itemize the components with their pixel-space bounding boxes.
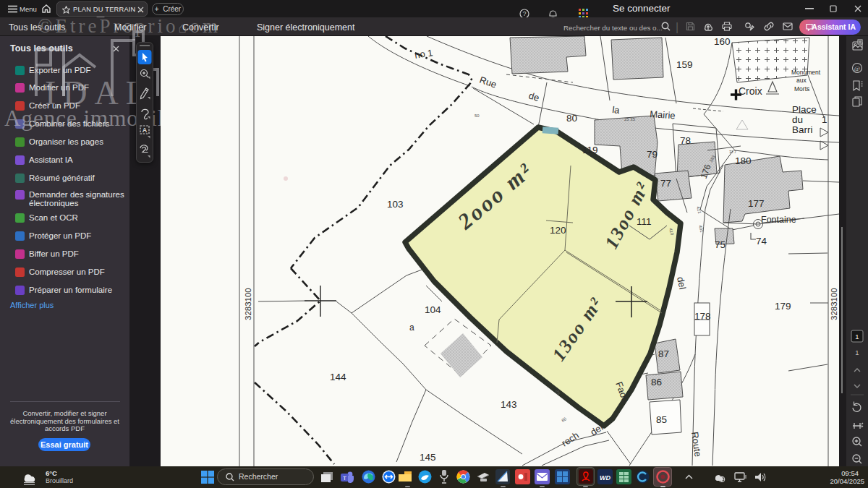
svg-text:119: 119 (582, 145, 598, 155)
svg-text:Mairie: Mairie (650, 108, 676, 121)
svg-text:104: 104 (425, 304, 441, 315)
svg-text:1: 1 (855, 333, 859, 341)
svg-text:Monument: Monument (791, 69, 821, 76)
svg-text:Place: Place (792, 104, 817, 115)
svg-text:177: 177 (748, 198, 765, 209)
svg-text:Morts: Morts (794, 85, 809, 93)
svg-text:Croix: Croix (739, 85, 762, 97)
svg-text:144: 144 (330, 372, 346, 382)
svg-text:50: 50 (475, 114, 480, 118)
svg-text:Barri: Barri (792, 124, 813, 135)
svg-text:A: A (142, 127, 148, 134)
svg-text:79: 79 (647, 149, 658, 160)
svg-text:25 35: 25 35 (624, 117, 636, 121)
svg-text:85: 85 (656, 414, 667, 425)
svg-text:74: 74 (756, 236, 767, 247)
svg-text:178: 178 (694, 311, 711, 322)
svg-text:?: ? (522, 10, 526, 17)
svg-text:1: 1 (855, 348, 859, 356)
svg-text:159: 159 (676, 59, 693, 70)
svg-text:80: 80 (566, 113, 577, 124)
svg-text:du: du (792, 114, 803, 125)
svg-text:75: 75 (715, 239, 726, 250)
svg-text:a: a (409, 322, 414, 333)
svg-text:377: 377 (729, 150, 737, 154)
svg-text:aux: aux (796, 77, 807, 84)
svg-text:Fontaine: Fontaine (761, 215, 796, 225)
svg-text:143: 143 (501, 399, 517, 410)
svg-text:78: 78 (680, 135, 691, 146)
svg-text:145: 145 (420, 452, 436, 463)
svg-text:3283100: 3283100 (244, 288, 252, 320)
svg-text:1: 1 (822, 114, 827, 125)
svg-text:87: 87 (658, 348, 669, 359)
svg-text:T: T (343, 475, 346, 481)
svg-text:103: 103 (387, 199, 404, 210)
svg-text:77: 77 (660, 178, 671, 189)
svg-text:180: 180 (735, 155, 752, 166)
svg-text:@: @ (854, 65, 860, 72)
svg-text:120: 120 (550, 225, 566, 236)
svg-text:3283100: 3283100 (830, 288, 838, 320)
svg-text:160: 160 (714, 36, 731, 47)
svg-text:179: 179 (775, 301, 791, 312)
svg-text:86: 86 (651, 377, 662, 388)
svg-text:111: 111 (637, 216, 652, 227)
svg-text:WD: WD (600, 474, 610, 481)
